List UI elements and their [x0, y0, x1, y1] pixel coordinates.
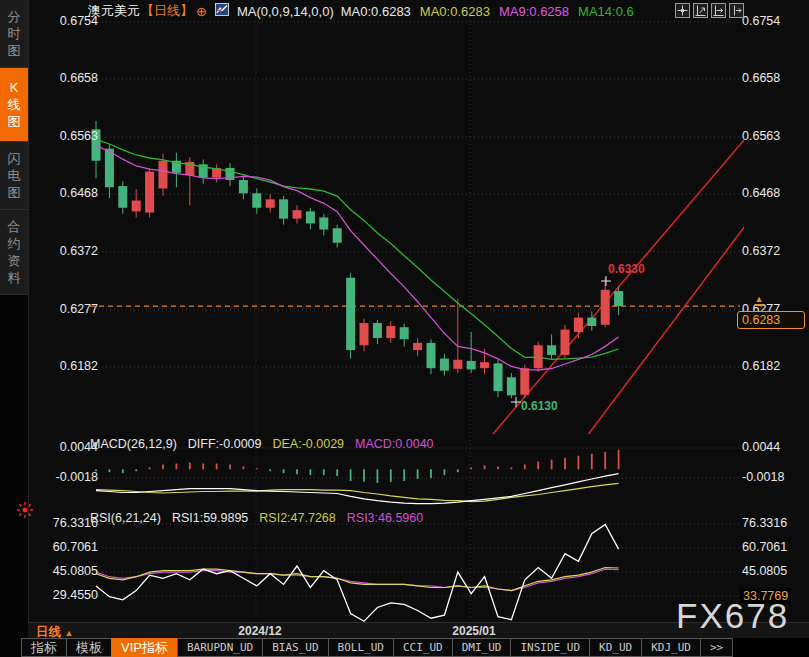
tab-vip-indicator[interactable]: VIP指标 [111, 638, 178, 657]
trading-terminal: 分时图K线图闪电图合约资料 澳元美元 【日线】 ⊕ MA(0,0,9,14,0,… [0, 0, 809, 657]
axis-label: 0.6563 [742, 129, 808, 143]
tab-barupdn[interactable]: BARUPDN_UD [177, 638, 263, 657]
pane-split-icon[interactable] [729, 3, 744, 18]
macd-dea-value: DEA:-0.0029 [272, 437, 344, 451]
tab-boll[interactable]: BOLL_UD [328, 638, 394, 657]
ma-readout-2: MA9:0.6258 [499, 4, 569, 19]
ma-readout-1: MA0:0.6283 [420, 4, 490, 19]
rsi-title: RSI(6,21,24) [90, 511, 161, 525]
fit-y-axis-icon[interactable] [693, 3, 708, 18]
date-tick-label: 2025/01 [452, 624, 495, 638]
chart-canvas[interactable] [0, 0, 809, 657]
axis-label: 0.6563 [30, 129, 98, 143]
axis-label: 0.6658 [30, 71, 98, 85]
tab-inside[interactable]: INSIDE_UD [510, 638, 590, 657]
ma-formula-label: MA(0,0,9,14,0,0) [237, 4, 334, 19]
axis-label: 45.0805 [742, 564, 808, 578]
axis-label: 0.6372 [30, 244, 98, 258]
tab-cci[interactable]: CCI_UD [393, 638, 453, 657]
macd-readout-row: MACD(26,12,9) DIFF:-0.0009 DEA:-0.0029 M… [90, 437, 434, 451]
macd-layer [96, 450, 619, 504]
macd-macd-value: MACD:0.0040 [355, 437, 434, 451]
rsi3-value: RSI3:46.5960 [347, 511, 423, 525]
tab-kdj[interactable]: KDJ_UD [641, 638, 701, 657]
fit-x-axis-icon[interactable] [711, 3, 726, 18]
macd-diff-value: DIFF:-0.0009 [188, 437, 262, 451]
date-tick-label: 2024/12 [238, 624, 281, 638]
ma-lines [96, 139, 619, 370]
tab-indicator[interactable]: 指标 [21, 638, 67, 657]
candles-layer [92, 121, 624, 398]
tab-more[interactable]: >> [700, 638, 733, 657]
chart-type-icon[interactable] [215, 3, 229, 19]
indicator-tab-bar: 指标模板VIP指标BARUPDN_UDBIAS_UDBOLL_UDCCI_UDD… [22, 638, 809, 657]
chart-toolbar [675, 3, 744, 18]
period-tag: 【日线】 [141, 2, 193, 20]
axis-label: 45.0805 [30, 564, 98, 578]
axis-label: 0.6468 [742, 186, 808, 200]
axis-label: 0.6182 [742, 359, 808, 373]
chart-header: 澳元美元 【日线】 ⊕ MA(0,0,9,14,0,0) MA0:0.6283M… [88, 2, 643, 20]
ma-readout-0: MA0:0.6283 [341, 4, 411, 19]
symbol-title: 澳元美元 [88, 2, 140, 20]
current-price-badge: 0.6283 [737, 311, 805, 329]
axis-label: 0.6182 [30, 359, 98, 373]
rsi1-value: RSI1:59.9895 [172, 511, 248, 525]
tab-bias[interactable]: BIAS_UD [262, 638, 328, 657]
rsi-readout-row: RSI(6,21,24) RSI1:59.9895 RSI2:47.7268 R… [90, 511, 423, 525]
high-annotation: 0.6330 [608, 262, 645, 276]
axis-label: -0.0018 [30, 470, 98, 484]
rsi2-value: RSI2:47.7268 [259, 511, 335, 525]
axis-label: 0.0044 [30, 440, 98, 454]
axis-label: 0.6658 [742, 71, 808, 85]
axis-label: 0.0044 [742, 440, 808, 454]
price-marker-icon: ▲ [753, 295, 765, 306]
expand-icon[interactable]: ⊕ [196, 4, 207, 19]
ma-readouts: MA0:0.6283MA0:0.6283MA9:0.6258MA14:0.6 [341, 4, 643, 19]
axis-label: 0.6468 [30, 186, 98, 200]
rsi-layer [96, 525, 619, 622]
axis-label: 0.6372 [742, 244, 808, 258]
axis-label: 76.3316 [30, 516, 98, 530]
axis-label: 60.7061 [742, 540, 808, 554]
gridlines [90, 8, 740, 620]
axis-label: -0.0018 [742, 470, 808, 484]
tab-template[interactable]: 模板 [66, 638, 112, 657]
axis-label: 60.7061 [30, 540, 98, 554]
low-annotation: 0.6130 [521, 399, 558, 413]
ma-readout-3: MA14:0.6 [578, 4, 634, 19]
axis-label: 0.6754 [742, 14, 808, 28]
axis-label: 29.4550 [30, 588, 98, 602]
axis-label: 0.6277 [30, 302, 98, 316]
tab-kd[interactable]: KD_UD [589, 638, 642, 657]
alert-sun-icon[interactable] [16, 501, 34, 523]
dropdown-arrow-icon: ▲ [64, 628, 73, 638]
tab-dmi[interactable]: DMI_UD [452, 638, 512, 657]
axis-label: 76.3316 [742, 516, 808, 530]
rsi-last-value-badge: 33.7769 [740, 589, 791, 604]
macd-title: MACD(26,12,9) [90, 437, 177, 451]
pan-crosshair-icon[interactable] [675, 3, 690, 18]
